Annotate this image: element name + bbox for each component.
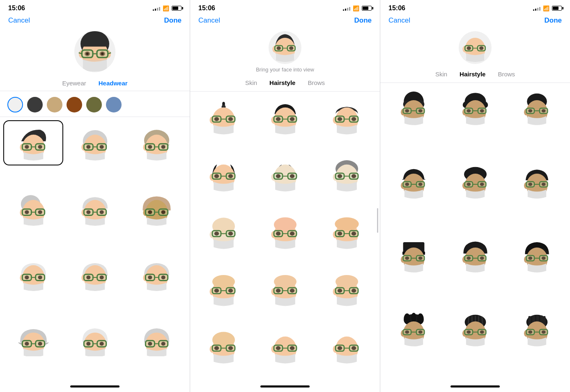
headwear-tab[interactable]: Headwear	[99, 80, 128, 87]
svg-point-180	[228, 289, 232, 293]
svg-point-71	[99, 275, 103, 279]
hair-item-3-2[interactable]	[507, 86, 567, 131]
headwear-item-1[interactable]	[65, 120, 125, 165]
hair-item-2-14[interactable]	[317, 324, 377, 369]
hair-item-3-8[interactable]	[507, 234, 567, 279]
status-time-1: 15:06	[8, 5, 25, 12]
swatch-brown[interactable]	[67, 97, 82, 112]
hair-item-3-4[interactable]	[445, 160, 505, 205]
hair-svg-3-7	[458, 239, 493, 274]
hair-item-2-4[interactable]	[255, 152, 315, 197]
hair-item-2-8[interactable]	[317, 209, 377, 254]
status-time-3: 15:06	[388, 5, 405, 12]
tab-hairstyle-3[interactable]: Hairstyle	[460, 71, 485, 78]
headwear-item-2[interactable]	[126, 120, 186, 165]
hair-svg-2-2	[329, 100, 364, 135]
headwear-item-6[interactable]	[3, 251, 63, 296]
swatch-olive[interactable]	[86, 97, 102, 112]
cancel-button-2[interactable]: Cancel	[198, 16, 220, 25]
svg-point-211	[290, 346, 294, 350]
svg-point-204	[228, 346, 232, 350]
headwear-svg-0	[16, 126, 51, 160]
svg-point-259	[405, 183, 409, 186]
hair-svg-2-0	[206, 100, 241, 135]
swatch-white[interactable]	[7, 97, 23, 112]
svg-point-126	[351, 117, 356, 121]
tab-brows-2[interactable]: Brows	[308, 79, 325, 87]
svg-point-78	[148, 275, 152, 279]
svg-point-34	[148, 145, 152, 149]
svg-point-172	[351, 232, 356, 236]
headwear-item-7[interactable]	[65, 251, 125, 296]
home-bar-2	[260, 385, 310, 387]
cancel-button-3[interactable]: Cancel	[388, 16, 410, 25]
hair-item-2-3[interactable]	[193, 152, 253, 197]
hair-item-3-6[interactable]	[384, 234, 444, 279]
svg-point-125	[337, 117, 342, 121]
headwear-item-8[interactable]	[126, 251, 186, 296]
svg-point-43	[38, 210, 42, 214]
avatar-image-3	[459, 31, 492, 64]
hair-item-2-0[interactable]	[193, 95, 253, 140]
headwear-item-3[interactable]	[3, 186, 63, 231]
hair-item-2-7[interactable]	[255, 209, 315, 254]
done-button-3[interactable]: Done	[545, 16, 562, 25]
hair-item-3-11[interactable]	[507, 307, 567, 353]
memoji-small-2	[269, 31, 301, 64]
hair-item-2-9[interactable]	[193, 267, 253, 312]
svg-point-217	[337, 346, 342, 350]
headwear-item-10[interactable]	[65, 316, 125, 361]
hair-item-2-2[interactable]	[317, 95, 377, 140]
hair-item-3-1[interactable]	[445, 86, 505, 131]
swatch-tan[interactable]	[47, 97, 62, 112]
headwear-item-9[interactable]	[3, 316, 63, 361]
cancel-button-1[interactable]: Cancel	[8, 16, 30, 25]
svg-point-57	[161, 210, 165, 214]
done-button-2[interactable]: Done	[354, 16, 372, 25]
hair-item-2-11[interactable]	[317, 267, 377, 312]
swatch-blue[interactable]	[106, 97, 122, 112]
svg-point-27	[99, 145, 103, 149]
swatch-dark[interactable]	[27, 97, 43, 112]
hair-item-3-10[interactable]	[445, 307, 505, 353]
hair-item-2-12[interactable]	[193, 324, 253, 369]
headwear-item-4[interactable]	[65, 186, 125, 231]
hair-item-3-3[interactable]	[384, 160, 444, 205]
hair-item-2-6[interactable]	[193, 209, 253, 254]
svg-point-275	[541, 183, 545, 186]
svg-point-70	[86, 275, 90, 279]
svg-point-203	[214, 346, 218, 350]
headwear-item-5[interactable]	[126, 186, 186, 231]
tab-brows-3[interactable]: Brows	[498, 71, 515, 78]
tab-skin-3[interactable]: Skin	[435, 71, 447, 78]
wifi-icon-2: 📶	[353, 5, 359, 11]
done-button-1[interactable]: Done	[164, 16, 182, 25]
svg-point-224	[467, 46, 471, 50]
tab-hairstyle-2[interactable]: Hairstyle	[269, 79, 295, 87]
headwear-item-0[interactable]	[3, 120, 63, 165]
eyewear-tab[interactable]: Eyewear	[62, 80, 86, 87]
hair-item-3-0[interactable]	[384, 86, 444, 131]
signal-icon-3	[533, 6, 540, 11]
svg-point-90	[86, 342, 90, 345]
hair-item-3-5[interactable]	[507, 160, 567, 205]
svg-point-18	[25, 145, 29, 149]
hair-item-2-1[interactable]	[255, 95, 315, 140]
headwear-item-11[interactable]	[126, 316, 186, 361]
svg-point-322	[480, 330, 484, 334]
svg-point-283	[405, 257, 409, 260]
memoji-small-3	[459, 31, 492, 64]
hair-item-3-7[interactable]	[445, 234, 505, 279]
hair-item-3-9[interactable]	[384, 307, 444, 353]
svg-point-140	[290, 174, 294, 178]
svg-point-158	[274, 217, 296, 232]
hair-svg-2-1	[268, 100, 303, 135]
tab-skin-2[interactable]: Skin	[245, 79, 257, 87]
hair-item-2-10[interactable]	[255, 267, 315, 312]
hair-item-2-13[interactable]	[255, 324, 315, 369]
hair-svg-2-3	[206, 157, 241, 192]
hair-item-2-5[interactable]	[317, 152, 377, 197]
svg-point-118	[276, 117, 280, 121]
svg-point-253	[541, 109, 545, 112]
svg-point-291	[480, 257, 484, 260]
